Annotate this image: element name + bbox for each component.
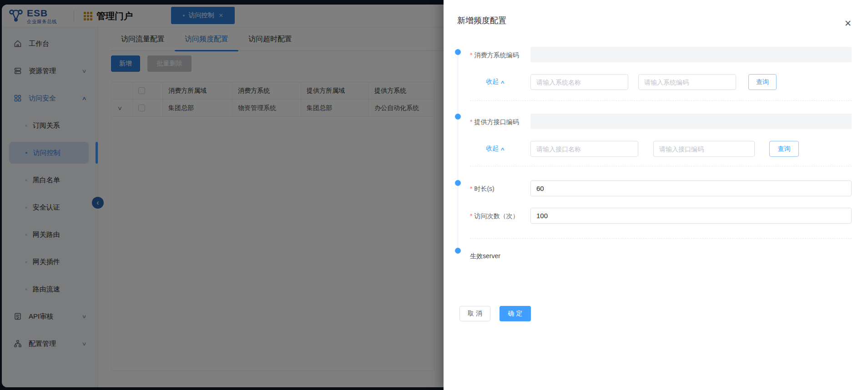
system-code-input[interactable] — [638, 74, 736, 90]
required-asterisk: * — [470, 185, 472, 192]
timeline-dot — [455, 248, 461, 254]
visits-label: *访问次数（次） — [470, 212, 519, 220]
timeline-dot — [455, 114, 461, 120]
collapse-link-consumer[interactable]: 收起∧ — [486, 78, 504, 86]
effective-server-label: 生效server — [470, 252, 500, 260]
provider-interface-code-label: *提供方接口编码 — [470, 118, 519, 126]
modal-overlay[interactable] — [0, 0, 444, 390]
cancel-button[interactable]: 取 消 — [459, 306, 490, 321]
timeline-dot — [455, 49, 461, 55]
chevron-up-icon: ∧ — [500, 80, 505, 85]
section-divider — [470, 166, 852, 166]
interface-code-input[interactable] — [653, 141, 755, 157]
required-asterisk: * — [470, 118, 472, 125]
provider-interface-code-field — [530, 114, 852, 129]
chevron-up-icon: ∧ — [500, 146, 505, 151]
duration-input[interactable] — [530, 180, 852, 196]
visits-input[interactable] — [530, 208, 852, 224]
timeline-line — [458, 52, 458, 250]
drawer-close-icon[interactable]: ✕ — [842, 17, 854, 29]
consumer-system-code-label: *消费方系统编码 — [470, 51, 519, 60]
add-frequency-config-drawer: 新增频度配置 ✕ *消费方系统编码 收起∧ 查询 *提供方接口编码 收起∧ 查询 — [444, 0, 868, 390]
interface-name-input[interactable] — [530, 141, 638, 157]
required-asterisk: * — [470, 51, 472, 59]
screen: ESB 企业服务总线 管理门户 ● 访问控制 ✕ 工作台 — [0, 0, 868, 390]
required-asterisk: * — [470, 212, 472, 220]
duration-label: *时长(s) — [470, 185, 495, 193]
section-divider — [470, 100, 852, 101]
timeline-dot — [455, 180, 461, 186]
section-divider — [470, 238, 852, 239]
query-interface-button[interactable]: 查询 — [769, 141, 799, 157]
collapse-link-provider[interactable]: 收起∧ — [486, 145, 504, 153]
consumer-system-code-field — [530, 47, 852, 62]
system-name-input[interactable] — [530, 74, 628, 90]
drawer-title: 新增频度配置 — [457, 15, 506, 26]
confirm-button[interactable]: 确 定 — [500, 306, 531, 321]
query-system-button[interactable]: 查询 — [748, 74, 777, 90]
